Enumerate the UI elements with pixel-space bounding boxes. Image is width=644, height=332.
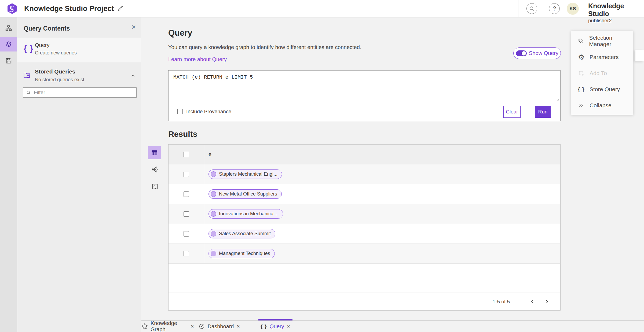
query-editor-footer: Include Provenance Clear Run [169, 102, 560, 121]
stored-queries-folder-icon [23, 71, 31, 79]
query-heading: Query [168, 28, 192, 38]
table-row[interactable]: Innovations in Mechanical... [169, 204, 560, 224]
show-query-toggle[interactable]: Show Query [513, 47, 561, 59]
table-row[interactable]: Managment Techniques [169, 244, 560, 264]
entity-dot-icon [211, 211, 216, 217]
row-checkbox-cell [169, 184, 204, 204]
row-checkbox[interactable] [184, 251, 189, 256]
avatar-initials: KS [570, 6, 576, 12]
selection-manager-icon [577, 38, 584, 45]
link-chart-icon [151, 166, 158, 173]
filter-input[interactable] [34, 90, 134, 95]
table-row[interactable]: Sales Associate Summit [169, 224, 560, 244]
menu-item-add-to: Add To [571, 65, 633, 81]
menu-item-selection-manager[interactable]: Selection Manager [571, 33, 633, 49]
entity-pill[interactable]: Managment Techniques [208, 249, 275, 258]
query-code-input[interactable]: MATCH (e) RETURN e LIMIT 5 [169, 71, 560, 102]
bottom-tab-bar: Knowledge Graph × Dashboard × { } Query … [141, 320, 644, 332]
sidebar-item-data-model[interactable] [0, 21, 17, 36]
entity-pill[interactable]: Sales Associate Summit [208, 229, 275, 238]
run-button[interactable]: Run [535, 106, 551, 118]
sidebar-item-save[interactable] [0, 53, 17, 68]
double-chevron-right-icon [577, 102, 585, 108]
help-button[interactable]: ? [549, 3, 560, 14]
pagination-range: 1-5 of 5 [493, 299, 510, 305]
panel-close-icon[interactable]: × [131, 23, 136, 31]
row-checkbox[interactable] [184, 211, 189, 217]
user-avatar[interactable]: KS [567, 3, 579, 15]
user-info[interactable]: Knowledge Studio publisher2 [588, 2, 644, 23]
table-row[interactable]: New Metal Office Suppliers [169, 184, 560, 204]
collapsed-panel-handle[interactable] [635, 50, 644, 61]
close-icon[interactable]: × [191, 323, 194, 329]
chevron-up-icon[interactable] [130, 73, 136, 79]
app-root: Knowledge Studio Project ? KS Knowledge … [0, 0, 644, 332]
entity-pill[interactable]: Innovations in Mechanical... [208, 209, 283, 219]
include-provenance-checkbox[interactable] [177, 109, 183, 114]
entity-dot-icon [211, 171, 216, 177]
menu-item-collapse[interactable]: Collapse [571, 97, 633, 113]
view-mode-map-button[interactable] [149, 181, 160, 192]
row-checkbox[interactable] [184, 172, 189, 177]
close-icon[interactable]: × [236, 323, 240, 329]
tab-knowledge-graph[interactable]: Knowledge Graph × [141, 321, 194, 332]
tab-dashboard[interactable]: Dashboard × [197, 321, 242, 332]
entity-label: Managment Techniques [219, 251, 270, 256]
contents-item-query[interactable]: { } Query Create new queries [17, 38, 141, 62]
resize-handle[interactable] [557, 98, 560, 101]
search-icon [26, 90, 31, 95]
entity-pill[interactable]: New Metal Office Suppliers [208, 189, 282, 199]
entity-label: New Metal Office Suppliers [219, 191, 277, 197]
learn-more-link[interactable]: Learn more about Query [168, 56, 227, 62]
results-table-card: e Staplers Mechanical Engi... New Metal … [168, 144, 561, 311]
clear-button[interactable]: Clear [503, 106, 521, 118]
results-heading: Results [168, 130, 197, 139]
menu-item-label: Selection Manager [589, 35, 633, 47]
show-query-label: Show Query [529, 50, 558, 56]
select-all-cell [169, 145, 204, 164]
table-row[interactable]: Staplers Mechanical Engi... [169, 164, 560, 184]
save-icon [5, 57, 12, 64]
header-divider [542, 0, 542, 17]
menu-item-label: Collapse [590, 102, 612, 109]
tab-query[interactable]: { } Query × [258, 321, 292, 332]
menu-item-label: Store Query [590, 86, 620, 93]
close-icon[interactable]: × [287, 323, 290, 329]
top-header: Knowledge Studio Project ? KS Knowledge … [0, 0, 644, 17]
app-logo-icon[interactable] [7, 3, 17, 14]
braces-icon: { } [261, 323, 267, 329]
stored-queries-subtitle: No stored queries exist [35, 77, 84, 83]
pagination-next-button[interactable] [541, 296, 552, 307]
entity-dot-icon [211, 251, 216, 256]
row-checkbox[interactable] [184, 191, 189, 197]
map-view-icon [152, 183, 158, 190]
entity-dot-icon [211, 191, 216, 197]
gear-icon: ⚙ [577, 53, 585, 61]
entity-label: Innovations in Mechanical... [219, 211, 279, 217]
menu-item-parameters[interactable]: ⚙ Parameters [571, 49, 633, 65]
edit-title-icon[interactable] [116, 5, 123, 12]
select-all-checkbox[interactable] [184, 152, 189, 157]
table-view-icon [151, 149, 158, 156]
entity-label: Staplers Mechanical Engi... [219, 171, 277, 177]
menu-item-store-query[interactable]: { } Store Query [571, 81, 633, 97]
row-checkbox[interactable] [184, 231, 189, 237]
dashboard-icon [199, 323, 205, 330]
braces-icon: { } [577, 86, 585, 93]
query-editor-card: MATCH (e) RETURN e LIMIT 5 Include Prove… [168, 70, 561, 121]
toggle-track[interactable] [516, 50, 527, 56]
view-mode-table-button[interactable] [148, 146, 161, 159]
sidebar-item-layers[interactable] [0, 37, 17, 51]
row-entity-cell: Managment Techniques [204, 244, 560, 263]
contents-item-stored-queries[interactable]: Stored Queries No stored queries exist [17, 66, 141, 87]
braces-icon: { } [24, 44, 34, 53]
row-entity-cell: Innovations in Mechanical... [204, 204, 560, 224]
pagination-prev-button[interactable] [527, 296, 538, 307]
row-checkbox-cell [169, 224, 204, 244]
include-provenance-label: Include Provenance [186, 109, 231, 115]
results-footer: 1-5 of 5 [169, 293, 560, 310]
entity-pill[interactable]: Staplers Mechanical Engi... [208, 169, 282, 179]
tab-label: Knowledge Graph [151, 320, 188, 332]
view-mode-link-chart-button[interactable] [149, 164, 160, 175]
search-button[interactable] [526, 3, 537, 14]
